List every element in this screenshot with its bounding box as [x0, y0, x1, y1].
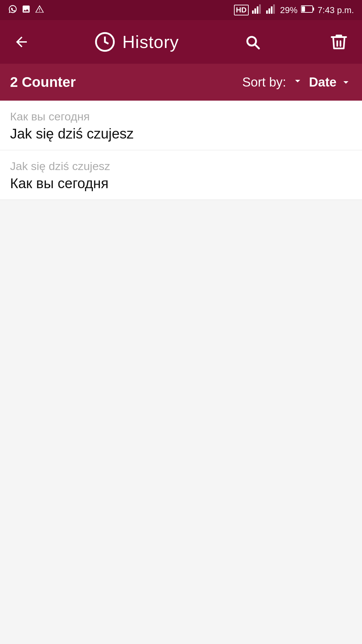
search-icon [244, 33, 261, 51]
svg-rect-9 [313, 7, 314, 11]
sub-bar: 2 Counter Sort by: Date [0, 64, 362, 101]
sort-value-dropdown[interactable]: Date [309, 75, 352, 90]
svg-rect-5 [268, 8, 270, 14]
sort-value-label: Date [309, 75, 337, 90]
status-bar: HD 29% [0, 0, 362, 20]
svg-rect-2 [257, 6, 258, 14]
alert-icon [35, 4, 44, 16]
svg-rect-0 [252, 10, 254, 14]
trash-icon [329, 32, 349, 52]
delete-button[interactable] [326, 28, 352, 56]
svg-rect-3 [259, 4, 261, 14]
status-time: 7:43 p.m. [318, 5, 354, 15]
page-title: History [122, 32, 179, 52]
list-item[interactable]: Как вы сегодня Jak się dziś czujesz [0, 101, 362, 150]
clock-icon [94, 31, 116, 53]
gallery-icon [21, 4, 31, 16]
status-right-icons: HD 29% [234, 4, 354, 16]
sort-by-label: Sort by: [242, 75, 286, 90]
signal1-icon [252, 4, 263, 16]
counter-label: 2 Counter [10, 74, 76, 90]
items-container: Как вы сегодня Jak się dziś czujesz Jak … [0, 101, 362, 200]
svg-rect-4 [266, 10, 268, 14]
search-button[interactable] [240, 30, 264, 54]
battery-percentage: 29% [280, 5, 298, 15]
svg-rect-6 [271, 6, 273, 14]
app-bar: History [0, 20, 362, 64]
target-text-1: Jak się dziś czujesz [10, 126, 352, 142]
svg-rect-10 [302, 6, 305, 12]
signal2-icon [266, 4, 277, 16]
svg-rect-1 [254, 8, 256, 14]
svg-rect-7 [273, 4, 275, 14]
app-bar-center: History [94, 31, 179, 53]
target-text-2: Как вы сегодня [10, 175, 352, 192]
sort-direction-icon [292, 75, 304, 90]
whatsapp-icon [8, 4, 17, 16]
status-left-icons [8, 4, 44, 16]
battery-icon [301, 5, 314, 15]
dropdown-arrow-icon [340, 76, 352, 88]
back-button[interactable] [10, 31, 33, 53]
hd-icon: HD [234, 5, 249, 15]
source-text-2: Jak się dziś czujesz [10, 160, 352, 173]
back-icon [13, 34, 29, 50]
list-item[interactable]: Jak się dziś czujesz Как вы сегодня [0, 150, 362, 200]
source-text-1: Как вы сегодня [10, 110, 352, 123]
sort-area: Sort by: Date [242, 75, 352, 90]
